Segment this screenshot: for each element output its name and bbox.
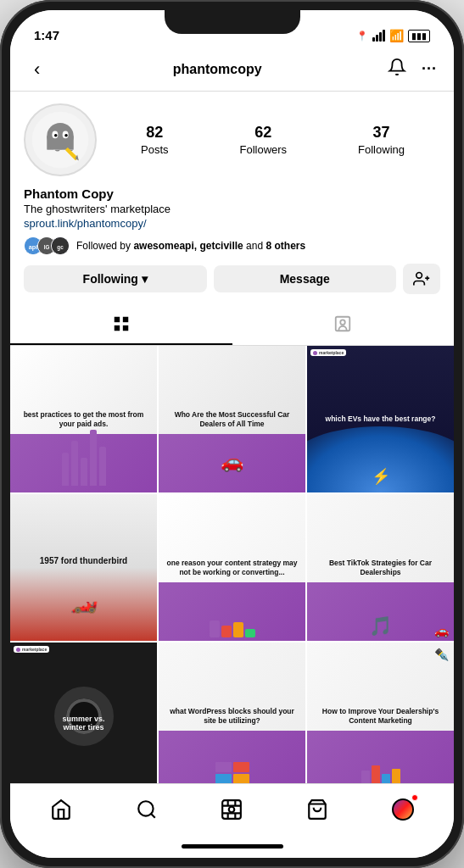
svg-point-27 bbox=[229, 806, 235, 812]
marketplace-badge-2: marketplace bbox=[14, 646, 49, 653]
post-5-text: one reason your content strategy may not… bbox=[162, 555, 302, 579]
svg-text:gc: gc bbox=[57, 244, 64, 251]
more-options-icon[interactable]: ··· bbox=[422, 60, 437, 78]
svg-rect-2 bbox=[47, 136, 74, 150]
wifi-icon: 📶 bbox=[389, 29, 404, 42]
profile-section: 82 Posts 62 Followers 37 Following Phant… bbox=[10, 92, 454, 304]
stat-posts[interactable]: 82 Posts bbox=[141, 124, 169, 157]
grid-row-2: 1957 ford thunderbird 🏎️ one reason your… bbox=[10, 494, 454, 641]
profile-bio: The ghostwriters' marketplace bbox=[24, 203, 440, 215]
svg-point-6 bbox=[64, 134, 68, 137]
post-9-text: How to Improve Your Dealership's Content… bbox=[310, 704, 450, 727]
tab-tagged[interactable] bbox=[232, 304, 455, 345]
notification-dot bbox=[411, 794, 418, 801]
grid-icon bbox=[112, 314, 131, 333]
svg-rect-18 bbox=[115, 317, 120, 322]
post-1[interactable]: best practices to get the most from your… bbox=[10, 346, 157, 492]
svg-rect-19 bbox=[123, 317, 128, 322]
post-7[interactable]: marketplace summer vs.winter tires bbox=[10, 643, 157, 783]
status-time: 1:47 bbox=[34, 28, 59, 42]
posts-label: Posts bbox=[141, 143, 169, 156]
svg-rect-21 bbox=[123, 326, 128, 331]
add-friend-button[interactable] bbox=[403, 264, 440, 294]
follower-avatar-3: gc bbox=[51, 236, 70, 255]
post-4[interactable]: 1957 ford thunderbird 🏎️ bbox=[10, 494, 157, 641]
bell-icon[interactable] bbox=[388, 58, 406, 81]
home-icon bbox=[50, 798, 72, 821]
svg-text:IG: IG bbox=[44, 244, 50, 250]
profile-top: 82 Posts 62 Followers 37 Following bbox=[24, 103, 440, 176]
svg-point-24 bbox=[138, 801, 153, 815]
stats-container: 82 Posts 62 Followers 37 Following bbox=[105, 124, 440, 157]
post-2[interactable]: Who Are the Most Successful Car Dealers … bbox=[159, 346, 305, 492]
tab-grid[interactable] bbox=[10, 304, 232, 345]
post-9[interactable]: How to Improve Your Dealership's Content… bbox=[307, 643, 454, 783]
svg-text:api: api bbox=[29, 243, 38, 251]
profile-avatar-nav bbox=[392, 798, 414, 821]
post-2-text: Who Are the Most Successful Car Dealers … bbox=[162, 407, 302, 431]
back-button[interactable]: ‹ bbox=[27, 55, 47, 84]
tagged-icon bbox=[333, 314, 352, 333]
bottom-nav bbox=[10, 783, 454, 834]
marketplace-badge: marketplace bbox=[310, 349, 346, 356]
signal-bars bbox=[372, 30, 385, 42]
svg-line-25 bbox=[151, 814, 155, 818]
grid-row-1: best practices to get the most from your… bbox=[10, 346, 454, 492]
followed-by: api IG gc bbox=[24, 236, 440, 255]
svg-rect-26 bbox=[223, 800, 242, 819]
post-8-text: what WordPress blocks should your site b… bbox=[162, 704, 302, 727]
post-1-text: best practices to get the most from your… bbox=[14, 407, 154, 431]
grid-row-3: marketplace summer vs.winter tires what … bbox=[10, 643, 454, 783]
posts-grid: best practices to get the most from your… bbox=[10, 346, 454, 783]
home-indicator bbox=[182, 844, 283, 849]
nav-profile[interactable] bbox=[384, 791, 422, 828]
nav-bar: ‹ phantomcopy ··· bbox=[10, 47, 454, 92]
avatar bbox=[24, 103, 97, 176]
svg-point-15 bbox=[416, 273, 422, 279]
post-4-text: 1957 ford thunderbird bbox=[36, 553, 131, 570]
followers-label: Followers bbox=[239, 143, 287, 156]
action-buttons: Following ▾ Message bbox=[24, 264, 440, 294]
nav-right-icons: ··· bbox=[388, 58, 437, 81]
post-3[interactable]: marketplace which EVs have the best rang… bbox=[307, 346, 454, 492]
reels-icon bbox=[221, 798, 243, 821]
post-7-text: summer vs.winter tires bbox=[62, 715, 104, 732]
nav-reels[interactable] bbox=[213, 791, 250, 828]
following-count: 37 bbox=[358, 124, 405, 142]
profile-avatar-image bbox=[31, 110, 90, 170]
nav-home[interactable] bbox=[42, 791, 80, 828]
following-button[interactable]: Following ▾ bbox=[24, 265, 207, 292]
battery-icon: ▮▮▮ bbox=[408, 30, 430, 42]
status-icons: 📍 📶 ▮▮▮ bbox=[356, 29, 430, 42]
posts-count: 82 bbox=[141, 124, 169, 142]
profile-link[interactable]: sprout.link/phantomcopy/ bbox=[24, 217, 440, 230]
location-icon: 📍 bbox=[356, 31, 368, 42]
followed-by-text: Followed by awesomeapi, getciville and 8… bbox=[76, 240, 305, 252]
nav-shop[interactable] bbox=[299, 791, 336, 828]
profile-username-nav: phantomcopy bbox=[47, 62, 388, 77]
search-icon bbox=[136, 798, 158, 821]
svg-rect-20 bbox=[115, 326, 120, 331]
post-6[interactable]: Best TikTok Strategies for Car Dealershi… bbox=[307, 494, 454, 641]
following-label: Following bbox=[358, 143, 405, 156]
post-3-text: which EVs have the best range? bbox=[322, 411, 439, 426]
nav-search[interactable] bbox=[128, 791, 165, 828]
shop-icon bbox=[306, 798, 328, 821]
message-button[interactable]: Message bbox=[214, 265, 397, 292]
svg-point-23 bbox=[341, 320, 346, 325]
svg-point-5 bbox=[54, 134, 58, 137]
stat-followers[interactable]: 62 Followers bbox=[239, 124, 287, 157]
follower-avatars: api IG gc bbox=[24, 236, 70, 255]
post-8[interactable]: what WordPress blocks should your site b… bbox=[159, 643, 305, 783]
post-5[interactable]: one reason your content strategy may not… bbox=[159, 494, 305, 641]
stat-following[interactable]: 37 Following bbox=[358, 124, 405, 157]
followers-count: 62 bbox=[239, 124, 287, 142]
profile-display-name: Phantom Copy bbox=[24, 186, 440, 201]
home-bar bbox=[10, 834, 454, 858]
profile-tabs bbox=[10, 304, 454, 346]
post-6-text: Best TikTok Strategies for Car Dealershi… bbox=[310, 555, 450, 579]
